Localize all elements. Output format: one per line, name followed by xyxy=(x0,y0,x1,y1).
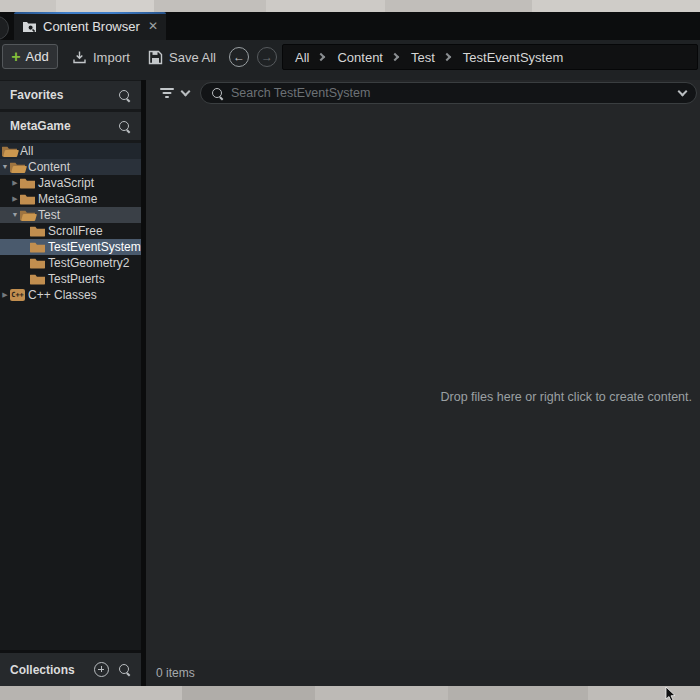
breadcrumb-item-label: Content xyxy=(331,50,389,65)
breadcrumb-item[interactable]: All xyxy=(289,50,331,65)
breadcrumb-chevron-icon xyxy=(443,53,451,61)
breadcrumb-chevron-icon xyxy=(391,53,399,61)
folder-icon xyxy=(30,274,45,285)
content-browser-window: Content Browser ✕ + Add Import xyxy=(0,12,700,686)
favorites-search-icon[interactable] xyxy=(118,89,131,102)
folder-tree-row[interactable]: ScrollFree xyxy=(0,223,141,239)
tree-expander-icon[interactable]: ▶ xyxy=(10,175,20,191)
screen: Content Browser ✕ + Add Import xyxy=(0,0,700,700)
metagame-search-icon[interactable] xyxy=(118,120,131,133)
folder-icon: C++ xyxy=(10,289,25,301)
metagame-section-header[interactable]: MetaGame xyxy=(0,112,141,140)
tree-expander-icon[interactable]: ▼ xyxy=(10,207,20,223)
breadcrumb-item-label: TestEventSystem xyxy=(457,50,569,65)
filter-chevron-down-icon[interactable] xyxy=(181,87,191,97)
add-button-label: Add xyxy=(26,49,49,64)
collections-label: Collections xyxy=(10,663,85,677)
import-button[interactable]: Import xyxy=(72,40,130,74)
collections-bar[interactable]: Collections xyxy=(0,653,141,686)
metagame-label: MetaGame xyxy=(10,119,118,133)
tab-close-icon[interactable]: ✕ xyxy=(148,19,158,33)
breadcrumb-item-label: Test xyxy=(405,50,441,65)
breadcrumb-item[interactable]: TestEventSystem xyxy=(457,50,569,65)
collections-search-icon[interactable] xyxy=(118,663,131,676)
folder-name: TestEventSystem xyxy=(48,240,141,254)
folder-name: TestPuerts xyxy=(48,272,105,286)
folder-name: C++ Classes xyxy=(28,288,97,302)
tab-bar: Content Browser ✕ xyxy=(0,12,700,40)
breadcrumb: All Content Test TestEventSystem xyxy=(282,44,698,70)
folder-name: Content xyxy=(28,160,70,174)
breadcrumb-item[interactable]: Test xyxy=(405,50,457,65)
breadcrumb-item[interactable]: Content xyxy=(331,50,405,65)
folder-tree-row[interactable]: ▶ C++ C++ Classes xyxy=(0,287,141,303)
tree-expander-icon[interactable]: ▼ xyxy=(0,159,10,175)
drop-files-hint: Drop files here or right click to create… xyxy=(440,390,692,404)
save-all-button[interactable]: Save All xyxy=(148,40,216,74)
tab-title: Content Browser xyxy=(43,19,144,34)
tree-expander-icon[interactable]: ▶ xyxy=(10,191,20,207)
status-bar: 0 items xyxy=(146,660,700,686)
breadcrumb-item-label: All xyxy=(289,50,315,65)
content-browser-icon xyxy=(22,20,37,33)
add-collection-icon[interactable] xyxy=(94,662,109,677)
folder-icon xyxy=(30,258,45,269)
desktop-strip-bottom xyxy=(0,686,700,700)
search-chevron-down-icon[interactable] xyxy=(678,87,688,97)
filter-search-row xyxy=(146,80,700,106)
item-count: 0 items xyxy=(156,666,195,680)
folder-name: MetaGame xyxy=(38,192,97,206)
mouse-cursor xyxy=(665,687,677,700)
plus-icon: + xyxy=(11,49,20,65)
folder-tree-row[interactable]: TestPuerts xyxy=(0,271,141,287)
folder-icon xyxy=(20,210,35,221)
sources-sidebar: Favorites MetaGame All ▼ xyxy=(0,80,141,686)
search-input[interactable] xyxy=(231,86,672,100)
folder-name: ScrollFree xyxy=(48,224,103,238)
favorites-section-header[interactable]: Favorites xyxy=(0,81,141,109)
folder-icon xyxy=(20,178,35,189)
folder-tree-row[interactable]: ▼ Test xyxy=(0,207,141,223)
breadcrumb-chevron-icon xyxy=(317,53,325,61)
folder-icon xyxy=(30,242,45,253)
tab-content-browser[interactable]: Content Browser ✕ xyxy=(14,12,166,40)
folder-tree-row[interactable]: ▶ JavaScript xyxy=(0,175,141,191)
folder-tree-row[interactable]: ▼ Content xyxy=(0,159,141,175)
forward-button[interactable]: → xyxy=(257,47,277,67)
search-box[interactable] xyxy=(200,82,697,104)
import-icon xyxy=(72,50,87,65)
toolbar: + Add Import Save All ← xyxy=(0,40,700,74)
search-icon xyxy=(211,87,224,100)
favorites-label: Favorites xyxy=(10,88,118,102)
folder-tree-row[interactable]: ▶ MetaGame xyxy=(0,191,141,207)
back-button[interactable]: ← xyxy=(229,47,249,67)
folder-name: TestGeometry2 xyxy=(48,256,129,270)
forward-arrow-icon: → xyxy=(261,51,273,63)
save-all-button-label: Save All xyxy=(169,50,216,65)
import-button-label: Import xyxy=(93,50,130,65)
asset-view-panel: Drop files here or right click to create… xyxy=(146,80,700,686)
folder-icon xyxy=(10,162,25,173)
folder-icon xyxy=(20,194,35,205)
save-all-icon xyxy=(148,50,163,65)
add-button[interactable]: + Add xyxy=(2,44,58,69)
folder-tree-row[interactable]: All xyxy=(0,143,141,159)
folder-name: Test xyxy=(38,208,60,222)
tree-expander-icon[interactable]: ▶ xyxy=(0,287,10,303)
folder-icon xyxy=(2,146,17,157)
window-menu-button-partial[interactable] xyxy=(0,16,9,40)
folder-icon xyxy=(30,226,45,237)
desktop-strip-top xyxy=(0,0,700,12)
folder-tree: All ▼ Content ▶ JavaScript ▶ Met xyxy=(0,143,141,303)
back-arrow-icon: ← xyxy=(233,51,245,63)
folder-tree-row[interactable]: TestEventSystem xyxy=(0,239,141,255)
folder-tree-row[interactable]: TestGeometry2 xyxy=(0,255,141,271)
filter-icon[interactable] xyxy=(159,88,174,99)
folder-name: JavaScript xyxy=(38,176,94,190)
browser-body: Favorites MetaGame All ▼ xyxy=(0,80,700,686)
folder-name: All xyxy=(20,144,33,158)
